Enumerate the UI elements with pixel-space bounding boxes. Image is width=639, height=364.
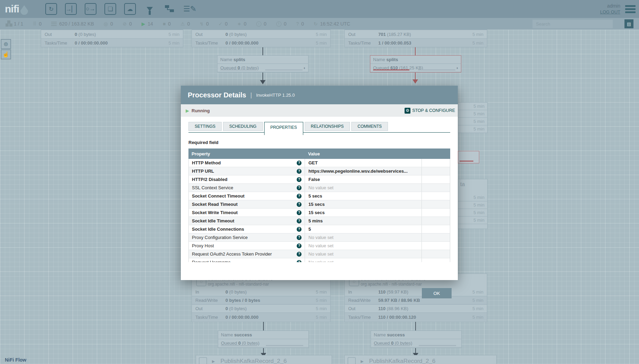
processor-state-icon [348, 357, 356, 364]
help-icon[interactable]: ? [297, 252, 302, 257]
connection-line [262, 47, 263, 55]
stop-and-configure-button[interactable]: ⚙ STOP & CONFIGURE [405, 108, 455, 114]
help-icon[interactable]: ? [297, 235, 302, 240]
property-row: Socket Read Timeout?15 secs [189, 200, 450, 209]
remote-process-group-icon[interactable]: ☁ [124, 3, 136, 15]
processor-publish-kafka[interactable]: ▶ PublishKafkaRecord_2_6 [196, 355, 332, 364]
navigate-palette-button[interactable]: ⊚ [1, 39, 11, 49]
help-icon[interactable]: ? [297, 169, 302, 174]
help-icon[interactable]: ? [297, 185, 302, 190]
processor-stats-fragment[interactable]: Out701 (185.27 KB)5 min Tasks/Time1 / 00… [344, 30, 487, 47]
stop-configure-icon: ⚙ [405, 108, 410, 114]
breadcrumb[interactable]: NiFi Flow [5, 357, 26, 363]
locally-modified-stale-icon: ! [276, 21, 281, 27]
component-toolbar: ↻ →▏ ○→ ❏ ☁ ☰✎ [45, 3, 196, 15]
process-group-icon[interactable]: ❏ [104, 3, 116, 15]
property-row: Socket Connect Timeout?5 secs [189, 192, 450, 200]
property-row: Proxy Host?No value set [189, 242, 450, 250]
backpressure-object-bar [374, 345, 410, 346]
running-state-label: Running [192, 108, 210, 113]
help-icon[interactable]: ? [297, 177, 302, 182]
property-row: SSL Context Service?No value set [189, 184, 450, 192]
locally-modified-stale-status: !0 [276, 21, 287, 27]
dialog-title: Processor Details [188, 91, 246, 99]
tab-properties[interactable]: PROPERTIES [264, 122, 303, 135]
property-row: Proxy Configuration Service?No value set [189, 233, 450, 242]
global-menu-button[interactable] [625, 5, 636, 13]
help-icon[interactable]: ? [297, 161, 302, 165]
backpressure-object-bar [221, 345, 257, 346]
property-row: HTTP/2 Disabled?False [189, 175, 450, 184]
backpressure-data-bar [418, 69, 455, 70]
run-state-icon: ▶ [212, 359, 215, 364]
logout-link[interactable]: LOG OUT [600, 9, 620, 15]
help-icon[interactable]: ? [297, 194, 302, 199]
property-row: Socket Idle Timeout?5 mins [189, 217, 450, 225]
tab-relationships[interactable]: RELATIONSHIPS [305, 122, 350, 131]
connection-label-fragment[interactable] [458, 151, 479, 163]
connection-arrowhead [413, 79, 418, 84]
processor-publish-kafka[interactable]: ▶ PublishKafkaRecord_2_6 [344, 355, 497, 364]
not-transmitting-icon: ⊘ [123, 21, 127, 27]
help-icon[interactable]: ? [297, 243, 302, 248]
processor-name-fragment: ta [458, 179, 487, 194]
help-icon[interactable]: ? [297, 210, 302, 215]
ok-button[interactable]: OK [422, 288, 452, 298]
dialog-body: SETTINGS SCHEDULING PROPERTIES RELATIONS… [181, 122, 458, 285]
last-refreshed[interactable]: ↻16:52:42 UTC [314, 21, 350, 27]
load-balance-icon: ◑ [455, 65, 458, 70]
search-input[interactable] [535, 21, 610, 27]
connected-nodes-status: 1 / 1 [6, 21, 23, 27]
nifi-logo-text: nifi [5, 4, 19, 14]
connection-label-success[interactable]: Name success Queued 0 (0 bytes) [218, 331, 309, 348]
output-port-icon[interactable]: ○→ [85, 3, 96, 15]
queue-icon [51, 22, 57, 26]
connection-label-success[interactable]: Name success Queued 0 (0 bytes) [371, 331, 462, 348]
property-row: Socket Write Timeout?15 secs [189, 209, 450, 217]
help-icon[interactable]: ? [297, 202, 302, 207]
connection-line [263, 322, 264, 331]
column-property: Property [188, 151, 305, 156]
help-icon[interactable]: ? [297, 227, 302, 232]
tab-comments[interactable]: COMMENTS [351, 122, 388, 131]
processor-icon[interactable]: ↻ [45, 3, 57, 15]
help-icon[interactable]: ? [297, 260, 302, 262]
help-icon[interactable]: ? [297, 219, 302, 223]
dialog-header: Processor Details | InvokeHTTP 1.25.0 [181, 86, 458, 104]
connection-line [263, 348, 264, 353]
funnel-icon[interactable] [144, 3, 156, 15]
template-icon[interactable] [164, 3, 175, 15]
search-box [532, 20, 613, 28]
refresh-icon[interactable]: ↻ [314, 21, 318, 27]
processor-stats-fragment[interactable]: 5 min 5 min 5 min 5 min [458, 102, 488, 133]
tab-scheduling[interactable]: SCHEDULING [223, 122, 263, 131]
processor-stats-fragment[interactable]: Out0 (0 bytes)5 min Tasks/Time0 / 00:00:… [192, 30, 331, 47]
processor-name: PublishKafkaRecord_2_6 [220, 358, 287, 364]
tab-settings[interactable]: SETTINGS [188, 122, 222, 131]
label-icon[interactable]: ☰✎ [183, 3, 196, 15]
property-row: Request OAuth2 Access Token Provider?No … [189, 250, 450, 258]
load-balance-icon: ◑ [303, 65, 305, 70]
operate-palette-button[interactable]: ☝ [1, 49, 11, 59]
threads-icon: ⠿ [33, 21, 36, 27]
connection-line [415, 73, 416, 79]
connection-line [415, 47, 416, 55]
processor-stats-fragment[interactable]: Out0 (0 bytes)5 min Tasks/Time0 / 00:00:… [41, 30, 183, 47]
property-row: HTTP Method?GET [189, 159, 450, 167]
backpressure-data-bar [266, 345, 303, 346]
connection-arrowhead [260, 80, 266, 84]
queued-status: 620 / 163.82 KB [51, 21, 94, 27]
backpressure-object-bar [220, 69, 257, 70]
stopped-status: ■0 [163, 21, 171, 27]
backpressure-data-bar [419, 345, 456, 346]
properties-table-header: Property Value [188, 149, 450, 159]
stopped-icon: ■ [163, 21, 166, 27]
stale-icon: ↑ [256, 21, 261, 27]
input-port-icon[interactable]: →▏ [65, 3, 77, 15]
processor-fragment[interactable]: ta 5 min 5 min 5 min 5 min [458, 179, 488, 229]
up-to-date-status: ✓0 [219, 21, 228, 27]
connection-label-splits[interactable]: Name splits Queued 610 (161.25 KB)◑ [370, 55, 461, 73]
not-transmitting-status: ⊘0 [123, 21, 132, 27]
status-bar-panel-button[interactable]: ▤ [624, 19, 633, 28]
connection-label-splits[interactable]: Name splits Queued 0 (0 bytes)◑ [217, 55, 308, 73]
